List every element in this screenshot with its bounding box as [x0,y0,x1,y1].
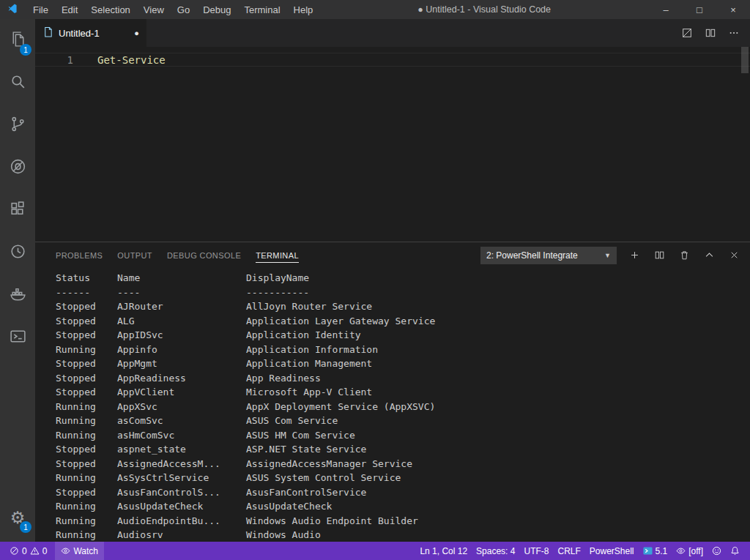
terminal-cell-display: AssignedAccessManager Service [246,457,750,471]
new-terminal-icon[interactable] [624,246,645,265]
terminal-cell-display: App Readiness [246,371,750,386]
terminal-cell-name: AppMgmt [117,356,246,371]
open-changes-icon[interactable] [677,23,697,42]
terminal-cell-status: Stopped [56,485,117,500]
col-header-displayname: DisplayName [246,271,750,285]
terminal-select-value: 2: PowerShell Integrate [486,250,578,261]
file-icon [42,26,53,40]
terminal-cell-status: Running [56,528,117,542]
terminal-cell-status: Stopped [56,385,117,400]
split-editor-icon[interactable] [700,23,721,42]
error-count: 0 [22,546,27,556]
terminal-cell-name: Audiosrv [117,528,246,542]
menu-view[interactable]: View [137,0,171,19]
terminal-cell-display: Windows Audio Endpoint Builder [246,514,750,529]
terminal-row: RunningAudiosrvWindows Audio [56,528,750,542]
editor-scrollbar[interactable] [741,47,749,73]
terminal-row: StoppedAJRouterAllJoyn Router Service [56,299,750,314]
problems-status[interactable]: 0 0 [6,542,51,560]
indentation-status[interactable]: Spaces: 4 [472,542,519,560]
split-terminal-icon[interactable] [649,246,669,265]
maximize-panel-icon[interactable] [699,246,719,265]
sidebar-item-clock[interactable] [0,231,35,274]
terminal-cell-name: AppIDSvc [117,328,246,343]
warning-icon [30,546,40,556]
window-controls: – □ × [649,0,750,19]
sidebar-item-explorer[interactable]: 1 [0,19,35,61]
debug-icon [9,157,27,179]
vscode-logo-icon [7,4,19,15]
sidebar-item-extensions[interactable] [0,189,35,231]
code-text: Get-Service [97,53,166,66]
tab-terminal[interactable]: TERMINAL [256,248,299,263]
terminal-rows: StoppedAJRouterAllJoyn Router ServiceSto… [56,299,750,542]
close-panel-icon[interactable] [724,246,744,265]
tab-output[interactable]: OUTPUT [117,248,152,263]
explorer-badge: 1 [20,44,31,56]
close-button[interactable]: × [716,0,750,19]
chevron-down-icon: ▼ [604,252,611,259]
menu-selection[interactable]: Selection [84,0,136,19]
modified-dot-icon[interactable]: ● [134,29,139,37]
tab-untitled-1[interactable]: Untitled-1 ● [35,19,146,47]
terminal-cell-status: Stopped [56,457,117,471]
smiley-icon [712,546,721,556]
terminal-cell-display: ASUS Com Service [246,414,750,428]
bottom-panel: PROBLEMS OUTPUT DEBUG CONSOLE TERMINAL 2… [35,242,750,542]
title-bar: File Edit Selection View Go Debug Termin… [0,0,750,19]
terminal-cell-display: AsusUpdateCheck [246,499,750,514]
window-title: ● Untitled-1 - Visual Studio Code [319,4,649,15]
activity-bar: 1 [0,19,35,542]
screencast-status[interactable]: [off] [672,542,708,560]
terminal-row: StoppedAsusFanControlS...AsusFanControlS… [56,485,750,500]
editor-current-line: 1 Get-Service [35,53,750,67]
settings-button[interactable]: ⚙ 1 [0,496,35,539]
kill-terminal-icon[interactable] [674,246,694,265]
terminal-output[interactable]: Status Name DisplayName ------ ---- ----… [35,268,750,542]
col-header-name: Name [117,271,246,285]
terminal-table-separator: ------ ---- ----------- [56,285,750,300]
menu-edit[interactable]: Edit [55,0,84,19]
sidebar-item-search[interactable] [0,61,35,104]
menu-terminal[interactable]: Terminal [237,0,286,19]
menu-go[interactable]: Go [171,0,196,19]
terminal-row: RunningAppXSvcAppX Deployment Service (A… [56,400,750,414]
cursor-position[interactable]: Ln 1, Col 12 [415,542,472,560]
sidebar-item-source-control[interactable] [0,104,35,146]
terminal-row: StoppedAppVClientMicrosoft App-V Client [56,385,750,400]
terminal-cell-display: Microsoft App-V Client [246,385,750,400]
status-bar-right: Ln 1, Col 12 Spaces: 4 UTF-8 CRLF PowerS… [415,542,744,560]
minimize-button[interactable]: – [649,0,683,19]
watch-status-item[interactable]: Watch [55,542,104,560]
terminal-cell-display: Application Management [246,356,750,371]
maximize-button[interactable]: □ [683,0,716,19]
tab-problems[interactable]: PROBLEMS [56,248,103,263]
powershell-session[interactable]: 5.1 [639,542,672,560]
menu-bar: File Edit Selection View Go Debug Termin… [26,0,319,19]
encoding-status[interactable]: UTF-8 [519,542,553,560]
sidebar-item-debug[interactable] [0,146,35,189]
terminal-cell-display: Windows Audio [246,528,750,542]
menu-file[interactable]: File [26,0,55,19]
terminal-cell-display: Application Layer Gateway Service [246,314,750,329]
language-mode[interactable]: PowerShell [585,542,639,560]
terminal-cell-status: Running [56,343,117,357]
terminal-row: RunningasHmComSvcASUS HM Com Service [56,428,750,443]
code-editor[interactable]: 1 Get-Service [35,47,750,242]
tab-debug-console[interactable]: DEBUG CONSOLE [167,248,241,263]
more-actions-icon[interactable] [724,23,744,42]
terminal-cell-status: Stopped [56,442,117,457]
source-control-icon [9,115,27,136]
menu-debug[interactable]: Debug [196,0,237,19]
terminal-cell-status: Stopped [56,299,117,314]
docker-icon [9,285,27,306]
eol-status[interactable]: CRLF [553,542,584,560]
feedback-button[interactable] [708,542,726,560]
sidebar-item-powershell[interactable] [0,316,35,359]
terminal-cell-name: AppXSvc [117,400,246,414]
error-icon [10,546,19,556]
terminal-instance-select[interactable]: 2: PowerShell Integrate ▼ [480,247,617,264]
menu-help[interactable]: Help [287,0,320,19]
notifications-button[interactable] [726,542,744,560]
sidebar-item-docker[interactable] [0,274,35,316]
